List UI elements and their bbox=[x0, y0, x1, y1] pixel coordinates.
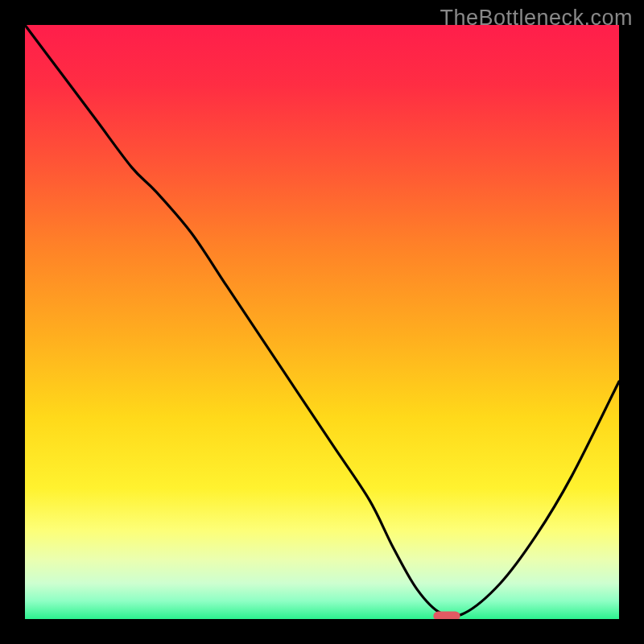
chart-container: TheBottleneck.com bbox=[0, 0, 644, 644]
plot-area bbox=[25, 25, 619, 619]
bottleneck-curve bbox=[25, 25, 619, 617]
optimal-marker bbox=[433, 611, 460, 619]
curve-layer bbox=[25, 25, 619, 619]
